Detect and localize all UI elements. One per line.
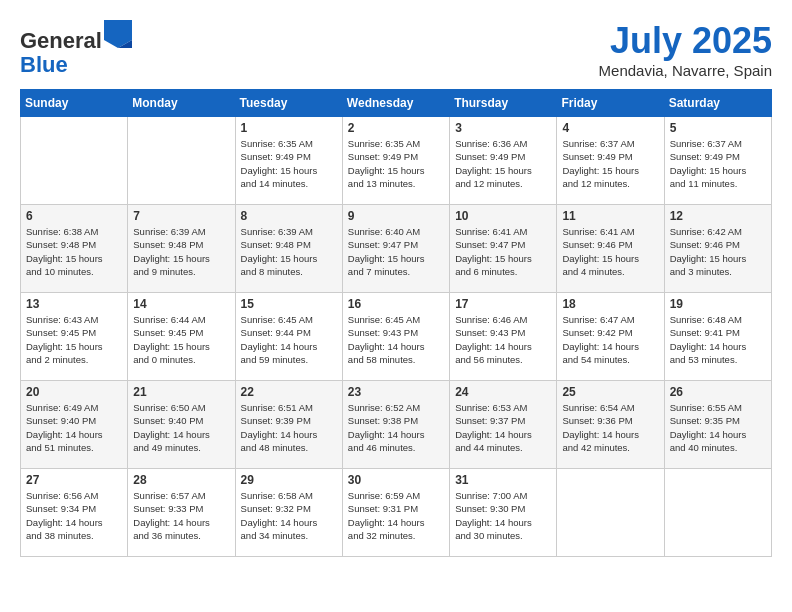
day-number: 11 <box>562 209 658 223</box>
day-number: 9 <box>348 209 444 223</box>
day-info: Sunrise: 6:52 AM Sunset: 9:38 PM Dayligh… <box>348 401 444 454</box>
week-row-1: 1Sunrise: 6:35 AM Sunset: 9:49 PM Daylig… <box>21 117 772 205</box>
calendar-cell: 23Sunrise: 6:52 AM Sunset: 9:38 PM Dayli… <box>342 381 449 469</box>
day-info: Sunrise: 6:42 AM Sunset: 9:46 PM Dayligh… <box>670 225 766 278</box>
day-number: 18 <box>562 297 658 311</box>
day-info: Sunrise: 6:35 AM Sunset: 9:49 PM Dayligh… <box>241 137 337 190</box>
day-number: 4 <box>562 121 658 135</box>
day-info: Sunrise: 6:41 AM Sunset: 9:47 PM Dayligh… <box>455 225 551 278</box>
calendar-cell: 14Sunrise: 6:44 AM Sunset: 9:45 PM Dayli… <box>128 293 235 381</box>
day-info: Sunrise: 6:45 AM Sunset: 9:44 PM Dayligh… <box>241 313 337 366</box>
week-row-2: 6Sunrise: 6:38 AM Sunset: 9:48 PM Daylig… <box>21 205 772 293</box>
weekday-header-monday: Monday <box>128 90 235 117</box>
calendar-cell: 13Sunrise: 6:43 AM Sunset: 9:45 PM Dayli… <box>21 293 128 381</box>
calendar-cell: 2Sunrise: 6:35 AM Sunset: 9:49 PM Daylig… <box>342 117 449 205</box>
calendar-cell: 31Sunrise: 7:00 AM Sunset: 9:30 PM Dayli… <box>450 469 557 557</box>
weekday-header-tuesday: Tuesday <box>235 90 342 117</box>
calendar-cell: 4Sunrise: 6:37 AM Sunset: 9:49 PM Daylig… <box>557 117 664 205</box>
calendar-cell: 12Sunrise: 6:42 AM Sunset: 9:46 PM Dayli… <box>664 205 771 293</box>
calendar-cell: 10Sunrise: 6:41 AM Sunset: 9:47 PM Dayli… <box>450 205 557 293</box>
day-info: Sunrise: 6:47 AM Sunset: 9:42 PM Dayligh… <box>562 313 658 366</box>
day-number: 6 <box>26 209 122 223</box>
day-number: 8 <box>241 209 337 223</box>
day-number: 23 <box>348 385 444 399</box>
week-row-3: 13Sunrise: 6:43 AM Sunset: 9:45 PM Dayli… <box>21 293 772 381</box>
location: Mendavia, Navarre, Spain <box>599 62 772 79</box>
calendar-table: SundayMondayTuesdayWednesdayThursdayFrid… <box>20 89 772 557</box>
day-info: Sunrise: 6:49 AM Sunset: 9:40 PM Dayligh… <box>26 401 122 454</box>
weekday-header-saturday: Saturday <box>664 90 771 117</box>
weekday-header-sunday: Sunday <box>21 90 128 117</box>
day-number: 12 <box>670 209 766 223</box>
calendar-cell: 24Sunrise: 6:53 AM Sunset: 9:37 PM Dayli… <box>450 381 557 469</box>
calendar-cell: 30Sunrise: 6:59 AM Sunset: 9:31 PM Dayli… <box>342 469 449 557</box>
week-row-4: 20Sunrise: 6:49 AM Sunset: 9:40 PM Dayli… <box>21 381 772 469</box>
day-number: 7 <box>133 209 229 223</box>
weekday-header-thursday: Thursday <box>450 90 557 117</box>
day-info: Sunrise: 6:39 AM Sunset: 9:48 PM Dayligh… <box>133 225 229 278</box>
day-number: 31 <box>455 473 551 487</box>
day-info: Sunrise: 7:00 AM Sunset: 9:30 PM Dayligh… <box>455 489 551 542</box>
day-number: 30 <box>348 473 444 487</box>
calendar-cell: 16Sunrise: 6:45 AM Sunset: 9:43 PM Dayli… <box>342 293 449 381</box>
week-row-5: 27Sunrise: 6:56 AM Sunset: 9:34 PM Dayli… <box>21 469 772 557</box>
day-info: Sunrise: 6:39 AM Sunset: 9:48 PM Dayligh… <box>241 225 337 278</box>
day-number: 27 <box>26 473 122 487</box>
calendar-cell: 11Sunrise: 6:41 AM Sunset: 9:46 PM Dayli… <box>557 205 664 293</box>
calendar-cell: 19Sunrise: 6:48 AM Sunset: 9:41 PM Dayli… <box>664 293 771 381</box>
calendar-cell <box>128 117 235 205</box>
day-info: Sunrise: 6:40 AM Sunset: 9:47 PM Dayligh… <box>348 225 444 278</box>
day-number: 17 <box>455 297 551 311</box>
day-info: Sunrise: 6:57 AM Sunset: 9:33 PM Dayligh… <box>133 489 229 542</box>
calendar-cell <box>21 117 128 205</box>
day-number: 28 <box>133 473 229 487</box>
day-info: Sunrise: 6:53 AM Sunset: 9:37 PM Dayligh… <box>455 401 551 454</box>
calendar-cell: 8Sunrise: 6:39 AM Sunset: 9:48 PM Daylig… <box>235 205 342 293</box>
calendar-cell: 3Sunrise: 6:36 AM Sunset: 9:49 PM Daylig… <box>450 117 557 205</box>
weekday-header-wednesday: Wednesday <box>342 90 449 117</box>
day-number: 21 <box>133 385 229 399</box>
day-number: 29 <box>241 473 337 487</box>
weekday-row: SundayMondayTuesdayWednesdayThursdayFrid… <box>21 90 772 117</box>
day-info: Sunrise: 6:36 AM Sunset: 9:49 PM Dayligh… <box>455 137 551 190</box>
day-number: 16 <box>348 297 444 311</box>
day-info: Sunrise: 6:56 AM Sunset: 9:34 PM Dayligh… <box>26 489 122 542</box>
day-info: Sunrise: 6:50 AM Sunset: 9:40 PM Dayligh… <box>133 401 229 454</box>
day-number: 13 <box>26 297 122 311</box>
day-number: 2 <box>348 121 444 135</box>
day-info: Sunrise: 6:41 AM Sunset: 9:46 PM Dayligh… <box>562 225 658 278</box>
day-number: 19 <box>670 297 766 311</box>
day-info: Sunrise: 6:48 AM Sunset: 9:41 PM Dayligh… <box>670 313 766 366</box>
logo: General Blue <box>20 20 132 77</box>
day-info: Sunrise: 6:54 AM Sunset: 9:36 PM Dayligh… <box>562 401 658 454</box>
day-number: 25 <box>562 385 658 399</box>
day-number: 24 <box>455 385 551 399</box>
calendar-cell <box>664 469 771 557</box>
calendar-cell: 20Sunrise: 6:49 AM Sunset: 9:40 PM Dayli… <box>21 381 128 469</box>
calendar-cell: 22Sunrise: 6:51 AM Sunset: 9:39 PM Dayli… <box>235 381 342 469</box>
day-info: Sunrise: 6:44 AM Sunset: 9:45 PM Dayligh… <box>133 313 229 366</box>
day-info: Sunrise: 6:38 AM Sunset: 9:48 PM Dayligh… <box>26 225 122 278</box>
day-info: Sunrise: 6:37 AM Sunset: 9:49 PM Dayligh… <box>562 137 658 190</box>
day-info: Sunrise: 6:59 AM Sunset: 9:31 PM Dayligh… <box>348 489 444 542</box>
page-header: General Blue July 2025 Mendavia, Navarre… <box>20 20 772 79</box>
day-number: 14 <box>133 297 229 311</box>
calendar-cell: 26Sunrise: 6:55 AM Sunset: 9:35 PM Dayli… <box>664 381 771 469</box>
calendar-cell <box>557 469 664 557</box>
day-info: Sunrise: 6:35 AM Sunset: 9:49 PM Dayligh… <box>348 137 444 190</box>
calendar-cell: 28Sunrise: 6:57 AM Sunset: 9:33 PM Dayli… <box>128 469 235 557</box>
calendar-body: 1Sunrise: 6:35 AM Sunset: 9:49 PM Daylig… <box>21 117 772 557</box>
day-info: Sunrise: 6:58 AM Sunset: 9:32 PM Dayligh… <box>241 489 337 542</box>
day-info: Sunrise: 6:43 AM Sunset: 9:45 PM Dayligh… <box>26 313 122 366</box>
calendar-cell: 17Sunrise: 6:46 AM Sunset: 9:43 PM Dayli… <box>450 293 557 381</box>
calendar-cell: 7Sunrise: 6:39 AM Sunset: 9:48 PM Daylig… <box>128 205 235 293</box>
day-number: 1 <box>241 121 337 135</box>
title-block: July 2025 Mendavia, Navarre, Spain <box>599 20 772 79</box>
calendar-cell: 21Sunrise: 6:50 AM Sunset: 9:40 PM Dayli… <box>128 381 235 469</box>
calendar-cell: 1Sunrise: 6:35 AM Sunset: 9:49 PM Daylig… <box>235 117 342 205</box>
day-number: 3 <box>455 121 551 135</box>
day-number: 5 <box>670 121 766 135</box>
day-number: 15 <box>241 297 337 311</box>
day-info: Sunrise: 6:46 AM Sunset: 9:43 PM Dayligh… <box>455 313 551 366</box>
calendar-cell: 15Sunrise: 6:45 AM Sunset: 9:44 PM Dayli… <box>235 293 342 381</box>
